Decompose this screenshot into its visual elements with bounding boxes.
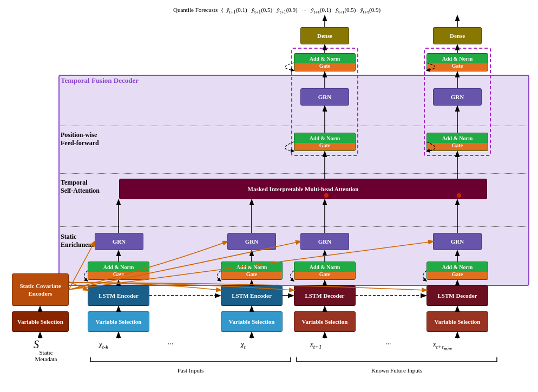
x-t-plus-tau: xt+τmax: [433, 340, 452, 351]
red-dot-left: [324, 193, 329, 198]
dots-past: ···: [168, 340, 174, 349]
chi-t-minus-k: χt-k: [99, 340, 108, 350]
varsel-red-1: Variable Selection: [294, 311, 356, 332]
grn-static-3: GRN: [300, 233, 349, 250]
varsel-red-2: Variable Selection: [427, 311, 488, 332]
grn-static-4: GRN: [433, 233, 482, 250]
addnorm-mid-2: Add & NormGate: [221, 262, 283, 280]
divider-temporal: [58, 173, 529, 174]
label-position-wise: Position-wiseFeed-forward: [61, 131, 115, 147]
divider-static-enrichment: [58, 226, 529, 227]
grn-pos-1: GRN: [300, 88, 349, 106]
dots-future: ···: [385, 340, 391, 349]
grn-static-2: GRN: [227, 233, 276, 250]
lstm-dec-2: LSTM Decoder: [427, 285, 488, 306]
addnorm-temporal-left: Add & NormGate: [294, 133, 356, 151]
future-inputs-label: Known Future Inputs: [294, 356, 500, 374]
dense-box-right: Dense: [433, 27, 482, 44]
red-dot-right: [457, 193, 461, 198]
varsel-blue-1: Variable Selection: [88, 311, 149, 332]
chi-t: χt: [241, 340, 246, 350]
grn-static-1: GRN: [95, 233, 143, 250]
varsel-blue-2: Variable Selection: [221, 311, 283, 332]
x-t-plus-1: xt+1: [310, 340, 322, 350]
lstm-enc-1: LSTM Encoder: [88, 285, 149, 306]
tfd-title: Temporal Fusion Decoder: [61, 76, 139, 85]
lstm-enc-2: LSTM Encoder: [221, 285, 283, 306]
masked-attention: Masked Interpretable Multi-head Attentio…: [119, 179, 487, 199]
varsel-static-bottom: Variable Selection: [12, 311, 69, 332]
past-inputs-label: Past Inputs: [88, 356, 293, 374]
addnorm-mid-3: Add & NormGate: [294, 262, 356, 280]
quantile-label: Quantile Forecasts { ŷt+1(0.1) ŷt+1(0.5)…: [173, 6, 444, 15]
static-covariate-encoders: Static Covariate Encoders: [12, 273, 69, 306]
addnorm-mid-4: Add & NormGate: [427, 262, 488, 280]
addnorm-temporal-right: Add & NormGate: [427, 133, 488, 151]
label-temporal: TemporalSelf-Attention: [61, 179, 115, 195]
diagram-container: Temporal Fusion Decoder Position-wiseFee…: [0, 0, 538, 392]
grn-pos-2: GRN: [433, 88, 482, 106]
lstm-dec-1: LSTM Decoder: [294, 285, 356, 306]
addnorm-mid-1: Add & NormGate: [88, 262, 149, 280]
dense-box-left: Dense: [300, 27, 349, 44]
static-metadata-label: StaticMetadata: [22, 349, 70, 362]
